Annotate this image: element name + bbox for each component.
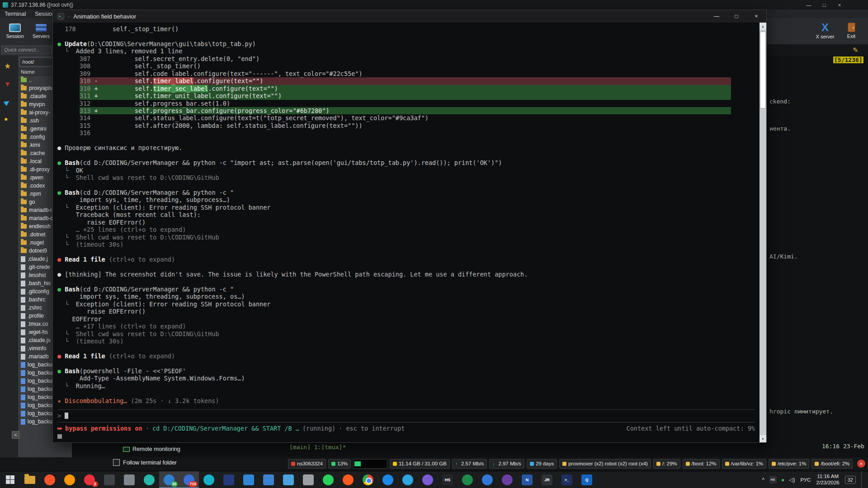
taskbar-folder-app[interactable]	[278, 471, 298, 488]
taskbar-docker-app[interactable]	[199, 471, 219, 488]
file-explorer-icon	[24, 476, 35, 484]
taskbar-navy-app[interactable]	[219, 471, 239, 488]
taskbar-jr-app[interactable]: JR	[537, 471, 557, 488]
taskbar-start[interactable]	[0, 471, 20, 488]
taskbar-mouse-app[interactable]	[298, 471, 318, 488]
taskbar-powershell[interactable]: >_	[557, 471, 577, 488]
folder-icon	[21, 143, 27, 147]
bypass-mode-icon: ▶▶	[57, 425, 62, 432]
toolbar-button-session[interactable]: Session	[2, 19, 28, 44]
terminal-content[interactable]: 178 self._stop_timer() ● Update(D:\CODIN…	[53, 23, 760, 442]
follow-terminal-folder-label: Follow terminal folder	[123, 460, 177, 466]
scrollbar-thumb[interactable]	[760, 32, 766, 108]
up-icon: ↑	[455, 462, 459, 466]
terminal-minimize-button[interactable]: —	[707, 10, 726, 23]
taskbar-remote-app[interactable]: 30	[159, 471, 179, 488]
monitor-close-button[interactable]: ×	[857, 460, 865, 468]
taskbar-quick-app[interactable]: Q	[577, 471, 597, 488]
remote-monitoring-button[interactable]: Remote monitoring	[123, 446, 180, 452]
monitor-chip-up: ↑2.57 Mb/s	[452, 459, 487, 469]
file-icon	[21, 297, 25, 303]
favorites-star-icon[interactable]: ★	[4, 62, 11, 70]
taskbar-code-app[interactable]	[239, 471, 259, 488]
taskbar-green-app[interactable]	[458, 471, 477, 488]
menu-terminal[interactable]: Terminal	[5, 11, 26, 17]
scrollbar-up-arrow-icon[interactable]: ▲	[760, 23, 766, 30]
tree-item-label: .local	[29, 158, 42, 164]
violet-app-icon	[422, 474, 433, 485]
yellow-dot-icon[interactable]: ●	[4, 116, 8, 122]
taskbar-telegram-app[interactable]	[398, 471, 418, 488]
status-green-icon[interactable]: ●	[781, 477, 784, 483]
taskbar-blue-tile-app[interactable]	[259, 471, 278, 488]
toolbar-button-servers[interactable]: Servers	[28, 19, 54, 44]
context-left-indicator: Context left until auto-compact: 9%	[627, 425, 755, 432]
checkbox-icon[interactable]	[113, 459, 120, 466]
hs-tray-icon[interactable]: HS	[769, 476, 777, 483]
taskbar-chrome[interactable]	[358, 471, 378, 488]
folder-icon	[21, 240, 27, 245]
taskbar-anydesk-app[interactable]: 715	[179, 471, 199, 488]
window-minimize-button[interactable]: —	[801, 2, 816, 8]
toolbar-button-xserver[interactable]: XX server	[812, 18, 838, 43]
taskbar-hs-app[interactable]: HS	[438, 471, 458, 488]
toolbar-button-exit[interactable]: Exit	[838, 18, 864, 43]
mobaxterm-titlebar: 37.187.136.86 ([root ovh]) —□×	[0, 0, 868, 9]
terminal-line: └ Shell cwd was reset to D:\CODING\GitHu…	[57, 330, 755, 338]
terminal-line: ● Read 1 file (ctrl+o to expand)	[57, 352, 755, 360]
taskbar-teal-app[interactable]	[139, 471, 159, 488]
text-cursor	[65, 413, 68, 419]
tray-expand-caret-icon[interactable]: ^	[762, 477, 764, 483]
terminal-line: import sys, time, threading, subprocess,…	[57, 293, 755, 300]
terminal-maximize-button[interactable]: □	[726, 10, 746, 23]
terminal-window-titlebar[interactable]: >_ · Animation field behavior —□×	[53, 10, 766, 23]
terminal-line: ● Read 1 file (ctrl+o to expand)	[57, 256, 755, 263]
system-tray: ^HS●◁) РУС 11:16 AM 2/23/2026 32	[762, 471, 868, 488]
sidebar-collapse-button[interactable]: <	[12, 431, 19, 439]
quick-connect-input[interactable]: Quick connect...	[1, 46, 52, 54]
xserver-icon: X	[821, 23, 829, 33]
taskbar-violet-app[interactable]	[418, 471, 438, 488]
tree-item-label: .claude.j	[28, 256, 48, 262]
red-tool-icon[interactable]: ▼	[4, 80, 11, 87]
taskbar-dark-app[interactable]	[99, 471, 119, 488]
tray-clock[interactable]: 11:16 AM 2/23/2026	[816, 474, 840, 486]
scrollbar[interactable]: ▲ ▼	[760, 23, 766, 442]
scrollbar-down-arrow-icon[interactable]: ▼	[760, 435, 766, 442]
folder-icon	[21, 127, 27, 131]
taskbar-orange-ball-app[interactable]	[338, 471, 358, 488]
taskbar-whatsapp[interactable]	[318, 471, 338, 488]
window-maximize-button[interactable]: □	[816, 2, 832, 8]
taskbar-notepad-app[interactable]: N	[517, 471, 537, 488]
file-icon	[21, 313, 25, 319]
window-close-button[interactable]: ×	[832, 2, 847, 8]
volume-icon[interactable]: ◁)	[789, 477, 795, 483]
taskbar-opera[interactable]: 2	[80, 471, 99, 488]
prompt-line[interactable]: >	[57, 412, 755, 419]
taskbar-file-explorer[interactable]	[20, 471, 40, 488]
notification-count[interactable]: 32	[845, 476, 856, 484]
taskbar-edge-app[interactable]	[477, 471, 497, 488]
navy-app-icon	[223, 474, 234, 485]
taskbar-brave[interactable]	[40, 471, 60, 488]
running-state: (running)	[302, 425, 335, 432]
terminal-line	[57, 137, 755, 144]
session-icon	[9, 23, 21, 32]
terminal-line	[57, 182, 755, 189]
taskbar-firefox[interactable]	[60, 471, 80, 488]
terminal-close-button[interactable]: ×	[746, 10, 766, 23]
monitor-chip-meter	[353, 459, 387, 469]
taskbar-gray-app[interactable]	[119, 471, 139, 488]
folder-icon	[21, 94, 27, 99]
exit-icon	[848, 23, 855, 32]
show-desktop-button[interactable]	[861, 471, 863, 488]
dark-app-icon	[104, 474, 115, 485]
follow-terminal-folder-checkbox[interactable]: Follow terminal folder	[113, 459, 177, 466]
terminal-line: 311 + self.timer_unit_label.configure(te…	[80, 92, 731, 99]
telegram-icon[interactable]: ▶	[3, 98, 11, 106]
taskbar-obs-app[interactable]	[497, 471, 517, 488]
terminal-line: 315 self.after(2000, lambda: self.status…	[57, 122, 755, 129]
taskbar-blue-circle-app[interactable]	[378, 471, 398, 488]
toolbar-button-label: Servers	[33, 33, 50, 39]
language-indicator[interactable]: РУС	[801, 477, 811, 483]
